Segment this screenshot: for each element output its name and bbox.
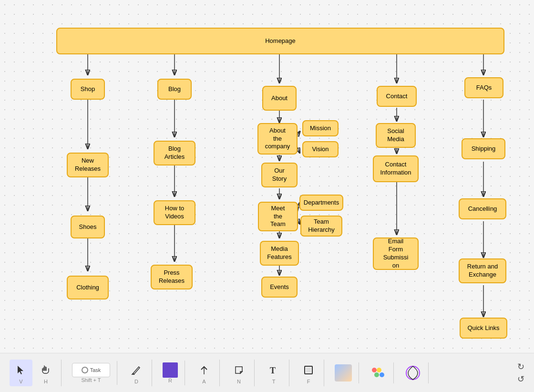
toolbar: V H Task Shift + T D R <box>0 353 534 392</box>
homepage-box[interactable]: Homepage <box>56 28 504 54</box>
vision-node[interactable]: Vision <box>302 141 339 157</box>
clothing-node[interactable]: Clothing <box>67 276 109 299</box>
cancelling-node[interactable]: Cancelling <box>459 198 506 219</box>
pen-tool[interactable]: D <box>125 360 148 386</box>
note-tool-section: N <box>224 360 255 386</box>
contact-info-label: ContactInformation <box>380 161 411 177</box>
clothing-label: Clothing <box>76 284 99 292</box>
frame-icon <box>300 361 317 379</box>
arrow-tool[interactable]: A <box>193 360 216 386</box>
hand-icon <box>37 361 54 379</box>
hand-tool[interactable]: H <box>34 360 57 386</box>
special-icon <box>404 364 421 382</box>
text-tool[interactable]: T T <box>262 360 285 386</box>
image-icon <box>335 364 352 382</box>
blog-articles-label: BlogArticles <box>164 145 185 161</box>
press-releases-node[interactable]: PressReleases <box>151 265 193 289</box>
arrow-tool-section: A <box>189 360 220 386</box>
shipping-node[interactable]: Shipping <box>462 138 505 159</box>
how-to-videos-node[interactable]: How toVideos <box>154 200 195 225</box>
color-tool-section <box>363 362 394 383</box>
redo-button[interactable]: ↺ <box>517 374 524 384</box>
about-label: About <box>271 94 288 103</box>
text-tool-section: T T <box>258 360 289 386</box>
press-releases-label: PressReleases <box>159 269 185 285</box>
our-story-label: OurStory <box>272 167 287 183</box>
quick-links-label: Quick Links <box>467 324 499 332</box>
social-media-label: SocialMedia <box>387 127 404 144</box>
note-key: N <box>237 379 241 384</box>
team-hierarchy-node[interactable]: TeamHierarchy <box>300 216 342 237</box>
departments-label: Departments <box>304 199 339 207</box>
events-label: Events <box>270 283 289 291</box>
return-exchange-label: Return andExchange <box>467 263 498 279</box>
task-tool[interactable]: Task Shift + T <box>69 361 113 385</box>
vision-label: Vision <box>312 145 329 154</box>
rect-icon <box>163 362 178 378</box>
frame-tool-section: F <box>293 360 324 386</box>
cancelling-label: Cancelling <box>468 205 497 213</box>
task-key: Shift + T <box>81 377 101 383</box>
quick-links-node[interactable]: Quick Links <box>460 318 507 339</box>
homepage-label: Homepage <box>265 37 296 45</box>
how-to-videos-label: How toVideos <box>165 205 184 221</box>
pointer-tool-section: V H <box>6 360 62 386</box>
pointer-key: V <box>19 379 22 384</box>
draw-tool-section: D <box>121 360 152 386</box>
return-exchange-node[interactable]: Return andExchange <box>459 258 506 283</box>
note-tool[interactable]: N <box>227 360 250 386</box>
pen-key: D <box>134 379 138 384</box>
svg-rect-31 <box>306 368 311 372</box>
shop-node[interactable]: Shop <box>71 79 105 100</box>
shoes-node[interactable]: Shoes <box>71 216 105 238</box>
shipping-label: Shipping <box>472 145 496 153</box>
text-icon: T <box>265 361 282 379</box>
image-tool[interactable] <box>332 362 355 383</box>
blog-label: Blog <box>168 85 181 93</box>
new-releases-node[interactable]: NewReleases <box>67 153 109 177</box>
pointer-icon <box>12 361 30 379</box>
our-story-node[interactable]: OurStory <box>261 163 298 187</box>
svg-point-35 <box>380 372 384 377</box>
about-company-label: Aboutthecompany <box>265 127 290 151</box>
diagram-area: Homepage <box>0 0 534 353</box>
pen-icon <box>128 361 145 379</box>
undo-button[interactable]: ↻ <box>517 361 524 372</box>
social-media-node[interactable]: SocialMedia <box>376 123 416 148</box>
arrow-icon <box>195 361 213 379</box>
blog-articles-node[interactable]: BlogArticles <box>154 141 195 165</box>
departments-node[interactable]: Departments <box>299 195 343 211</box>
blog-node[interactable]: Blog <box>157 79 192 100</box>
special-tool-section <box>398 362 429 383</box>
email-form-label: EmailFormSubmission <box>383 237 409 270</box>
color-tool[interactable] <box>367 362 390 383</box>
color-icon <box>370 364 387 382</box>
text-key: T <box>272 379 276 384</box>
email-form-node[interactable]: EmailFormSubmission <box>373 237 419 270</box>
svg-point-33 <box>377 368 381 372</box>
mission-label: Mission <box>310 124 331 133</box>
pointer-tool[interactable]: V <box>10 360 32 386</box>
about-company-node[interactable]: Aboutthecompany <box>257 123 298 155</box>
svg-point-34 <box>374 372 379 377</box>
task-section: Task Shift + T <box>65 361 117 385</box>
contact-info-node[interactable]: ContactInformation <box>373 155 419 182</box>
contact-node[interactable]: Contact <box>377 86 417 107</box>
frame-tool[interactable]: F <box>297 360 320 386</box>
note-icon <box>230 361 247 379</box>
rect-tool-section: R <box>156 361 185 385</box>
svg-text:T: T <box>270 366 276 375</box>
rect-tool[interactable]: R <box>160 361 181 385</box>
arrow-key: A <box>202 379 205 384</box>
events-node[interactable]: Events <box>261 277 298 298</box>
faqs-node[interactable]: FAQs <box>464 77 503 98</box>
media-features-node[interactable]: MediaFeatures <box>260 241 299 266</box>
new-releases-label: NewReleases <box>75 157 101 173</box>
special-tool[interactable] <box>401 362 424 383</box>
image-tool-section <box>328 362 359 383</box>
about-node[interactable]: About <box>262 86 297 111</box>
task-icon: Task <box>72 363 110 377</box>
mission-node[interactable]: Mission <box>302 120 339 136</box>
frame-key: F <box>307 379 310 384</box>
meet-team-node[interactable]: MeettheTeam <box>258 202 298 231</box>
